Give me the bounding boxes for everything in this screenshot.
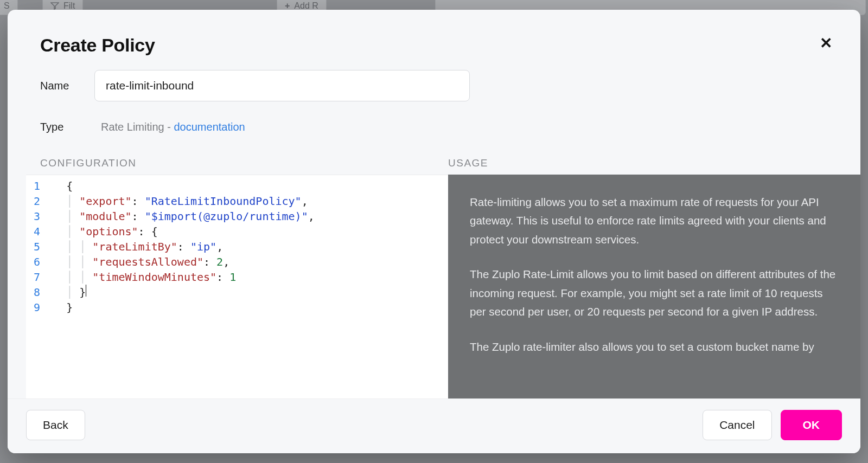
create-policy-modal: Create Policy ✕ Name Type Rate Limiting …	[8, 10, 860, 453]
close-icon[interactable]: ✕	[816, 35, 835, 52]
configuration-heading: CONFIGURATION	[40, 157, 448, 169]
ok-button[interactable]: OK	[781, 410, 843, 440]
cancel-button[interactable]: Cancel	[703, 410, 771, 440]
usage-heading: USAGE	[448, 157, 828, 169]
modal-title: Create Policy	[40, 35, 155, 56]
usage-paragraph: The Zuplo rate-limiter also allows you t…	[470, 338, 839, 356]
type-label: Type	[40, 121, 72, 133]
type-value: Rate Limiting -	[101, 121, 174, 133]
usage-paragraph: Rate-limiting allows you to set a maximu…	[470, 193, 839, 249]
name-input[interactable]	[94, 70, 470, 101]
usage-paragraph: The Zuplo Rate-Limit allows you to limit…	[470, 265, 839, 321]
editor-cursor	[86, 285, 86, 297]
usage-panel: Rate-limiting allows you to set a maximu…	[448, 175, 860, 398]
type-documentation-link[interactable]: documentation	[174, 121, 245, 133]
back-button[interactable]: Back	[26, 410, 85, 440]
name-label: Name	[40, 80, 72, 92]
configuration-editor[interactable]: 1 { 2 │ "export": "RateLimitInboundPolic…	[26, 175, 448, 398]
